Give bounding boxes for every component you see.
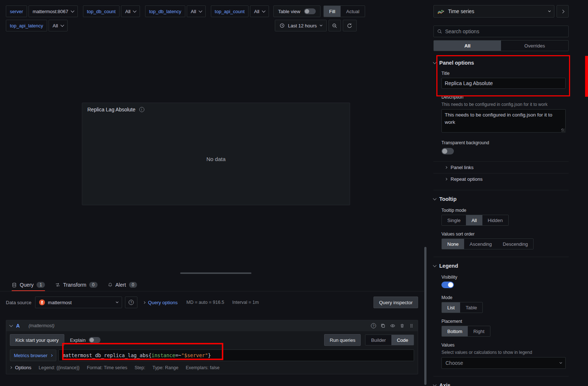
visualization-select[interactable]: Time series bbox=[433, 5, 554, 18]
chevron-down-icon bbox=[433, 196, 437, 200]
legend-heading-row[interactable]: Legend bbox=[433, 263, 569, 269]
legend-values-select[interactable]: Choose bbox=[441, 357, 566, 369]
table-view-toggle[interactable] bbox=[304, 8, 316, 14]
refresh-button[interactable] bbox=[343, 20, 357, 31]
variable-top-api-latency-value[interactable]: All bbox=[49, 20, 67, 31]
tab-alert[interactable]: Alert 0 bbox=[108, 282, 137, 291]
tooltip-mode-group: Single All Hidden bbox=[441, 215, 509, 226]
builder-option[interactable]: Builder bbox=[365, 335, 391, 345]
panel-links-toggle[interactable]: Panel links bbox=[433, 161, 569, 173]
main-scrollbar[interactable] bbox=[424, 247, 426, 385]
variable-top-db-latency: top_db_latency All bbox=[145, 5, 206, 17]
options-search-input[interactable] bbox=[445, 28, 565, 34]
legend-visibility-label: Visibility bbox=[441, 275, 569, 280]
help-circle-icon: ? bbox=[129, 300, 134, 305]
title-label: Title bbox=[441, 71, 569, 76]
clock-icon bbox=[280, 23, 285, 28]
query-options-row: Options Legend: {{instance}} Format: Tim… bbox=[10, 365, 414, 370]
legend-section: Legend Visibility Mode List Table Placem… bbox=[433, 263, 569, 369]
options-format-meta: Format: Time series bbox=[87, 365, 127, 370]
zoom-out-button[interactable] bbox=[329, 20, 341, 31]
explain-toggle[interactable] bbox=[89, 337, 100, 343]
time-range-picker[interactable]: Last 12 hours bbox=[275, 20, 327, 31]
tabs-divider bbox=[0, 291, 424, 291]
chevron-down-icon bbox=[116, 300, 118, 303]
fill-option[interactable]: Fill bbox=[324, 6, 341, 17]
query-help-icon[interactable]: ? bbox=[371, 323, 376, 328]
legend-mode-list[interactable]: List bbox=[442, 302, 460, 313]
query-options-label: Query options bbox=[148, 300, 178, 305]
info-circle-icon[interactable]: i bbox=[139, 107, 144, 112]
options-legend-meta: Legend: {{instance}} bbox=[39, 365, 80, 370]
promql-query-input[interactable]: mattermost_db_replica_lag_abs{instance=~… bbox=[58, 349, 414, 361]
panel-description-textarea[interactable]: This needs to be configured in config.js… bbox=[441, 109, 566, 133]
repeat-options-toggle[interactable]: Repeat options bbox=[433, 173, 569, 185]
placement-right[interactable]: Right bbox=[468, 326, 490, 336]
copy-icon[interactable] bbox=[380, 323, 386, 328]
kick-start-query-button[interactable]: Kick start your query bbox=[10, 334, 64, 346]
sort-descending[interactable]: Descending bbox=[497, 239, 534, 249]
split-pane-handle[interactable] bbox=[180, 272, 251, 274]
panel-options-heading: Panel options bbox=[439, 60, 474, 66]
eye-icon[interactable] bbox=[390, 323, 395, 328]
axis-heading-row[interactable]: Axis bbox=[433, 382, 569, 386]
tab-overrides[interactable]: Overrides bbox=[501, 41, 568, 51]
metrics-browser-button[interactable]: Metrics browser bbox=[10, 349, 56, 361]
variable-server-value[interactable]: mattermost:8067 bbox=[29, 5, 78, 17]
datasource-select[interactable]: mattermost bbox=[35, 297, 122, 308]
chevron-down-icon bbox=[133, 9, 136, 12]
legend-visibility-toggle[interactable] bbox=[441, 282, 454, 288]
variable-top-db-count-value[interactable]: All bbox=[121, 5, 140, 17]
tooltip-mode-all[interactable]: All bbox=[466, 215, 482, 225]
options-toggle[interactable]: Options bbox=[10, 365, 31, 370]
drag-grip-icon[interactable] bbox=[409, 323, 414, 328]
tab-transform[interactable]: Transform 0 bbox=[55, 282, 98, 291]
query-ref-id: A bbox=[16, 323, 20, 329]
transparent-background-toggle[interactable] bbox=[441, 148, 454, 154]
chevron-right-icon bbox=[561, 9, 565, 13]
refresh-icon bbox=[347, 23, 352, 28]
tooltip-mode-hidden[interactable]: Hidden bbox=[482, 215, 508, 225]
variables-row-1: server mattermost:8067 top_db_count All … bbox=[6, 5, 269, 17]
tooltip-mode-single[interactable]: Single bbox=[442, 215, 466, 225]
prometheus-icon bbox=[39, 299, 45, 305]
query-inspector-button[interactable]: Query inspector bbox=[373, 297, 418, 308]
legend-placement-label: Placement bbox=[441, 319, 569, 324]
tooltip-section: Tooltip Tooltip mode Single All Hidden V… bbox=[433, 196, 569, 249]
resize-handle-icon[interactable] bbox=[561, 129, 565, 132]
panel-options-heading-row[interactable]: Panel options bbox=[433, 60, 569, 66]
promql-brace-open: { bbox=[148, 352, 151, 358]
query-ref-datasource: (mattermost) bbox=[29, 323, 54, 328]
collapse-pane-button[interactable] bbox=[557, 5, 569, 18]
sort-ascending[interactable]: Ascending bbox=[464, 239, 497, 249]
table-view-label: Table view bbox=[278, 9, 300, 14]
chevron-down-icon bbox=[433, 263, 437, 267]
options-sidebar: Time series All Overrides Panel options bbox=[430, 0, 588, 386]
datasource-help-button[interactable]: ? bbox=[125, 297, 137, 308]
placement-bottom[interactable]: Bottom bbox=[442, 326, 468, 336]
panel-preview: Replica Lag Absolute i No data bbox=[82, 103, 350, 205]
variable-top-api-count: top_api_count All bbox=[211, 5, 269, 17]
trash-icon[interactable] bbox=[400, 323, 405, 328]
variable-top-api-count-value[interactable]: All bbox=[250, 5, 269, 17]
run-queries-button[interactable]: Run queries bbox=[324, 334, 361, 346]
actual-option[interactable]: Actual bbox=[341, 6, 365, 17]
tab-all[interactable]: All bbox=[434, 41, 501, 51]
options-type-meta: Type: Range bbox=[152, 365, 178, 370]
chevron-right-icon bbox=[50, 354, 53, 356]
code-option[interactable]: Code bbox=[391, 335, 414, 345]
datasource-label: Data source bbox=[6, 300, 31, 305]
legend-mode-table[interactable]: Table bbox=[460, 302, 482, 313]
chevron-right-icon bbox=[445, 166, 447, 169]
query-row-header[interactable]: A (mattermost) ? bbox=[6, 320, 418, 331]
query-options-toggle[interactable]: Query options bbox=[143, 300, 178, 305]
chevron-down-icon bbox=[433, 383, 437, 386]
panel-title: Replica Lag Absolute bbox=[87, 107, 136, 112]
tooltip-heading-row[interactable]: Tooltip bbox=[433, 196, 569, 202]
panel-title-input[interactable] bbox=[441, 78, 566, 89]
variable-top-db-latency-value[interactable]: All bbox=[187, 5, 205, 17]
tab-query[interactable]: Query 1 bbox=[12, 282, 45, 291]
variable-top-api-latency: top_api_latency All bbox=[6, 20, 68, 31]
options-step-meta: Step: bbox=[134, 365, 145, 370]
sort-none[interactable]: None bbox=[442, 239, 464, 249]
